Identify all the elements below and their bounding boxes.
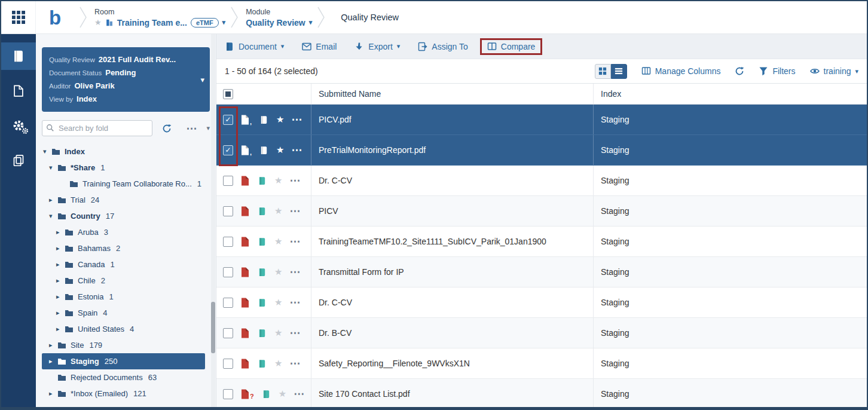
chevron-right-icon[interactable]: ▸ [56,228,65,236]
table-row[interactable]: ★ ⋯ Transmittal Form for IP Staging [216,257,867,287]
chevron-down-icon[interactable]: ▾ [206,124,210,132]
table-row[interactable]: ? ★ ⋯ Site 170 Contact List.pdf Staging [216,379,867,407]
refresh-icon[interactable] [162,124,172,133]
scrollbar-thumb[interactable] [211,302,215,353]
table-row[interactable]: ★ ⋯ Dr. C-CV Staging [216,166,867,196]
tree-item-bahamas[interactable]: ▸Bahamas2 [42,240,210,256]
star-icon[interactable]: ★ [274,236,282,247]
chevron-down-icon[interactable]: ▾ [49,212,57,220]
panel-scrollbar[interactable] [211,34,215,407]
app-logo[interactable]: b [36,8,74,27]
rail-item-settings[interactable] [1,112,36,139]
chevron-down-icon[interactable]: ▾ [222,19,226,26]
row-checkbox[interactable] [223,267,233,277]
more-actions-icon[interactable]: ⋯ [294,391,304,397]
filters-button[interactable]: Filters [759,66,795,76]
row-checkbox[interactable]: ✓ [223,145,233,155]
apps-grid-icon[interactable] [1,1,36,33]
document-menu-button[interactable]: Document▾ [225,42,284,51]
star-icon[interactable]: ★ [279,388,286,399]
row-checkbox[interactable] [223,328,233,338]
star-icon[interactable]: ★ [276,114,284,125]
more-actions-icon[interactable]: ⋯ [289,330,300,336]
more-actions-icon[interactable]: ⋯ [289,178,300,183]
row-checkbox[interactable] [223,237,233,247]
row-checkbox[interactable] [223,176,233,186]
rail-item-documents[interactable] [1,77,36,105]
review-info-box[interactable]: Quality Review2021 Full Audit Rev... Doc… [42,47,210,112]
chevron-right-icon[interactable]: ▸ [49,341,57,349]
table-row[interactable]: ★ ⋯ Dr. B-CV Staging [216,318,867,348]
tree-item-rejected-documents[interactable]: Rejected Documents63 [42,369,210,385]
tree-item-site[interactable]: ▸Site179 [42,337,210,353]
row-checkbox[interactable] [223,206,233,216]
tree-item-chile[interactable]: ▸Chile2 [42,273,210,289]
chevron-right-icon[interactable]: ▸ [56,277,65,284]
more-actions-icon[interactable]: ⋯ [289,238,300,244]
tree-item-spain[interactable]: ▸Spain4 [42,305,210,321]
more-actions-icon[interactable]: ⋯ [289,208,300,214]
more-actions-icon[interactable]: ⋯ [289,269,300,275]
table-row[interactable]: ★ ⋯ TrainingTeameTMF10.2_Site1111_SubICV… [216,227,867,257]
tree-item-canada[interactable]: ▸Canada1 [42,256,210,273]
list-view-button[interactable] [611,64,627,79]
table-row[interactable]: ★ ⋯ Dr. C-CV Staging [216,287,867,318]
tree-item-trial[interactable]: ▸Trial24 [42,192,210,208]
compare-button[interactable]: Compare [487,42,536,51]
star-icon[interactable]: ★ [274,206,282,216]
star-icon[interactable]: ★ [274,297,282,308]
more-actions-icon[interactable]: ⋯ [292,147,302,153]
manage-columns-button[interactable]: Manage Columns [641,66,721,76]
more-actions-icon[interactable]: ⋯ [289,360,300,366]
chevron-right-icon[interactable]: ▸ [49,196,57,204]
chevron-right-icon[interactable]: ▸ [56,261,65,268]
column-header-index[interactable]: Index [593,84,867,104]
table-row[interactable]: ★ ⋯ Safety_Reporting__Filenote_9WVksX1N … [216,348,867,379]
star-icon[interactable]: ★ [274,267,282,277]
room-selector[interactable]: ★ Training Team e... eTMF ▾ [94,18,225,27]
more-actions-icon[interactable]: ⋯ [289,299,300,305]
row-checkbox[interactable] [223,359,233,369]
chevron-right-icon[interactable]: ▸ [56,309,65,317]
tree-item-share[interactable]: ▾*Share1 [42,160,210,176]
chevron-right-icon[interactable]: ▸ [56,293,65,301]
table-row[interactable]: ✓ , ★ ⋯ PICV.pdf Staging [216,105,867,135]
folder-search-input[interactable] [42,120,152,136]
tree-item-country[interactable]: ▾Country17 [42,208,210,224]
rail-item-copies[interactable] [1,146,36,174]
export-menu-button[interactable]: Export▾ [354,42,400,51]
chevron-right-icon[interactable]: ▸ [56,244,65,252]
saved-view-button[interactable]: training▾ [810,66,858,76]
row-checkbox[interactable]: ✓ [223,115,233,125]
email-button[interactable]: Email [302,42,337,51]
chevron-down-icon[interactable]: ▾ [49,164,57,172]
tree-item-index[interactable]: ▾Index [42,143,210,160]
refresh-button[interactable] [735,66,744,76]
star-icon[interactable]: ★ [274,328,282,338]
tree-item-estonia[interactable]: ▸Estonia1 [42,289,210,305]
chevron-down-icon[interactable]: ▾ [43,148,51,155]
chevron-right-icon[interactable]: ▸ [49,357,57,365]
star-icon[interactable]: ★ [274,175,282,186]
chevron-down-icon[interactable]: ▾ [309,19,313,26]
assign-to-button[interactable]: Assign To [418,42,467,51]
favorite-star-icon[interactable]: ★ [94,18,102,27]
table-row[interactable]: ★ ⋯ PICV Staging [216,196,867,227]
chevron-right-icon[interactable]: ▸ [49,390,57,397]
tree-item-staging[interactable]: ▸Staging250 [42,353,205,369]
rail-item-binders[interactable] [1,42,36,70]
tree-item-training-team-collaborate[interactable]: Training Team Collaborate Ro...1 [42,176,210,192]
select-all-checkbox[interactable] [223,89,233,99]
row-checkbox[interactable] [223,298,233,308]
table-row[interactable]: ✓ , ★ ⋯ PreTrialMonitoringReport.pdf Sta… [216,135,867,166]
more-actions-icon[interactable]: ⋯ [292,117,302,123]
row-checkbox[interactable] [223,389,233,399]
grid-view-button[interactable] [595,64,611,79]
star-icon[interactable]: ★ [274,358,282,369]
chevron-right-icon[interactable]: ▸ [56,325,65,333]
tree-item-united-states[interactable]: ▸United States4 [42,321,210,337]
chevron-down-icon[interactable]: ▾ [200,75,204,84]
star-icon[interactable]: ★ [276,145,284,155]
tree-item-aruba[interactable]: ▸Aruba3 [42,224,210,240]
tree-item-inbox-emailed[interactable]: ▸*Inbox (Emailed)121 [42,385,210,402]
